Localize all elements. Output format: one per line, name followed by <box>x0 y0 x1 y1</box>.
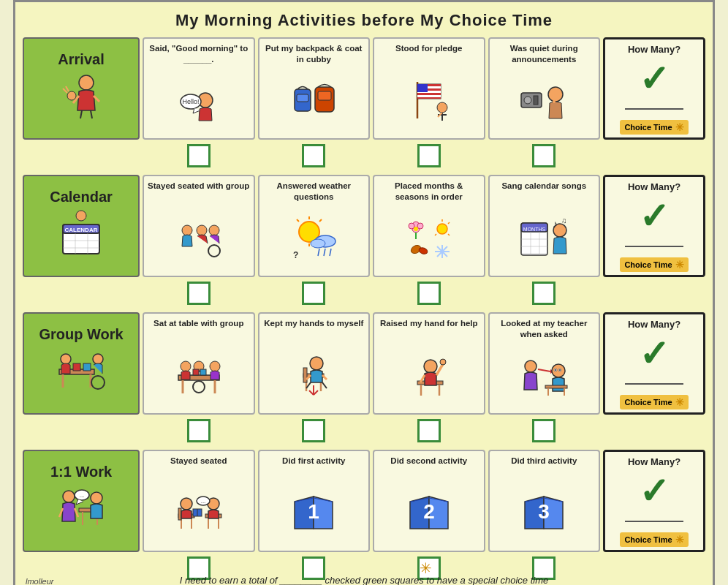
activity-title-3-1: Did first activity <box>282 456 345 478</box>
svg-point-139 <box>91 492 102 504</box>
activity-image-0-1 <box>287 65 340 135</box>
choice-star-1: ✳ <box>675 259 684 271</box>
activity-cell-3-0: Stayed seated ... <box>143 450 255 552</box>
checkbox-0-0[interactable] <box>187 144 211 167</box>
row-label-text-2: Group Work <box>39 326 123 343</box>
cb-spacer-0 <box>23 143 140 170</box>
checkbox-2-1[interactable] <box>302 419 325 442</box>
svg-point-127 <box>555 369 556 371</box>
how-many-label-2: How Many? <box>628 319 680 330</box>
activity-image-3-2: 2 <box>403 478 455 548</box>
checkbox-1-3[interactable] <box>532 282 556 305</box>
choice-time-text-2: Choice Time <box>624 398 672 407</box>
checkbox-1-1[interactable] <box>302 282 325 305</box>
cb-spacer2-2 <box>603 418 705 445</box>
row-2-checkboxes <box>23 418 705 445</box>
checkbox-cell-0-0 <box>143 143 255 170</box>
choice-star-2: ✳ <box>675 396 684 408</box>
svg-text:Hello!: Hello! <box>182 98 199 105</box>
svg-point-146 <box>181 498 192 510</box>
activity-image-1-1: ? <box>287 203 340 273</box>
blank-line-1 <box>625 246 683 247</box>
svg-point-102 <box>210 361 220 371</box>
activity-cell-0-2: Stood for pledge <box>373 37 485 140</box>
svg-point-61 <box>409 223 414 229</box>
choice-star-3: ✳ <box>675 534 684 546</box>
checkbox-cell-0-1 <box>258 143 371 170</box>
svg-rect-12 <box>297 94 308 102</box>
choice-time-text-3: Choice Time <box>624 535 672 544</box>
checkbox-1-0[interactable] <box>187 282 211 305</box>
svg-rect-100 <box>193 369 199 375</box>
svg-line-67 <box>448 234 450 235</box>
checkbox-cell-1-1 <box>258 280 371 308</box>
row-1-content: Calendar CALENDAR Stayed seated with gro… <box>23 175 705 277</box>
activity-title-0-2: Stood for pledge <box>395 43 462 65</box>
svg-point-42 <box>76 211 86 221</box>
row-label-text-3: 1:1 Work <box>50 464 112 480</box>
activity-image-3-1: 1 <box>287 478 340 548</box>
row-label-0: Arrival <box>23 37 140 140</box>
choice-star-0: ✳ <box>675 121 684 133</box>
activity-title-0-1: Put my backpack & coat in cubby <box>262 43 366 65</box>
activity-title-3-2: Did second activity <box>390 456 467 478</box>
how-many-label-1: How Many? <box>628 181 680 192</box>
activity-cell-2-2: Raised my hand for help <box>373 312 485 415</box>
choice-time-label-2: Choice Time ✳ <box>620 395 688 410</box>
checkbox-2-2[interactable] <box>417 419 441 442</box>
footer-author: lmolleur <box>26 577 54 585</box>
activity-image-3-3: 3 <box>517 478 570 548</box>
checkbox-cell-2-3 <box>488 418 601 445</box>
activity-title-2-2: Raised my hand for help <box>380 318 478 340</box>
svg-point-120 <box>440 359 446 365</box>
svg-point-30 <box>524 97 531 104</box>
checkbox-1-2[interactable] <box>417 282 441 305</box>
page-title: My Morning Activities before My Choice T… <box>23 11 705 30</box>
page: My Morning Activities before My Choice T… <box>13 0 715 585</box>
svg-point-129 <box>559 369 561 371</box>
row-0-checkboxes <box>23 143 705 170</box>
svg-point-99 <box>193 381 205 393</box>
row-label-1: Calendar CALENDAR <box>23 175 140 277</box>
checkbox-0-1[interactable] <box>302 144 325 167</box>
checkbox-cell-2-0 <box>143 418 255 445</box>
svg-point-0 <box>79 75 94 90</box>
activity-title-3-0: Stayed seated <box>170 456 227 478</box>
row-label-text-1: Calendar <box>50 189 113 205</box>
activity-title-1-1: Answered weather questions <box>262 181 366 203</box>
main-grid: Arrival Said, "Good morning" to ______. … <box>23 37 705 584</box>
svg-text:1: 1 <box>308 500 319 523</box>
row-2-content: Group Work Sat at table with group <box>23 312 705 415</box>
svg-point-53 <box>311 239 325 248</box>
cb-spacer2-1 <box>603 280 705 308</box>
svg-point-25 <box>437 102 447 113</box>
svg-line-4 <box>91 110 92 118</box>
svg-point-64 <box>437 224 447 234</box>
check-mark-0: ✓ <box>639 61 670 97</box>
activity-image-1-3: MONTHS ♪ ♫ <box>517 203 570 273</box>
activity-cell-1-3: Sang calendar songs MONTHS ♪ ♫ <box>488 175 601 277</box>
checkbox-2-0[interactable] <box>187 419 211 442</box>
row-label-icon-2 <box>56 347 107 401</box>
svg-point-44 <box>197 225 207 235</box>
svg-rect-106 <box>303 368 307 382</box>
svg-text:?: ? <box>293 250 298 260</box>
svg-point-133 <box>63 491 75 502</box>
svg-rect-130 <box>545 385 567 388</box>
activity-title-2-3: Looked at my teacher when asked <box>493 318 596 340</box>
svg-point-122 <box>525 361 536 372</box>
blank-line-2 <box>625 383 683 385</box>
checkbox-0-2[interactable] <box>417 144 441 167</box>
activity-image-2-2 <box>403 340 455 410</box>
row-label-icon-0 <box>56 72 107 127</box>
svg-point-60 <box>417 223 423 229</box>
footer-text: I need to earn a total of ________ check… <box>180 575 548 585</box>
activity-image-2-1 <box>287 340 340 410</box>
svg-rect-24 <box>417 84 428 92</box>
svg-text:♫: ♫ <box>561 216 567 224</box>
svg-point-45 <box>208 245 220 257</box>
activity-title-2-1: Kept my hands to myself <box>264 318 363 340</box>
checkbox-2-3[interactable] <box>532 419 556 442</box>
check-mark-1: ✓ <box>639 198 670 235</box>
checkbox-0-3[interactable] <box>532 144 556 167</box>
